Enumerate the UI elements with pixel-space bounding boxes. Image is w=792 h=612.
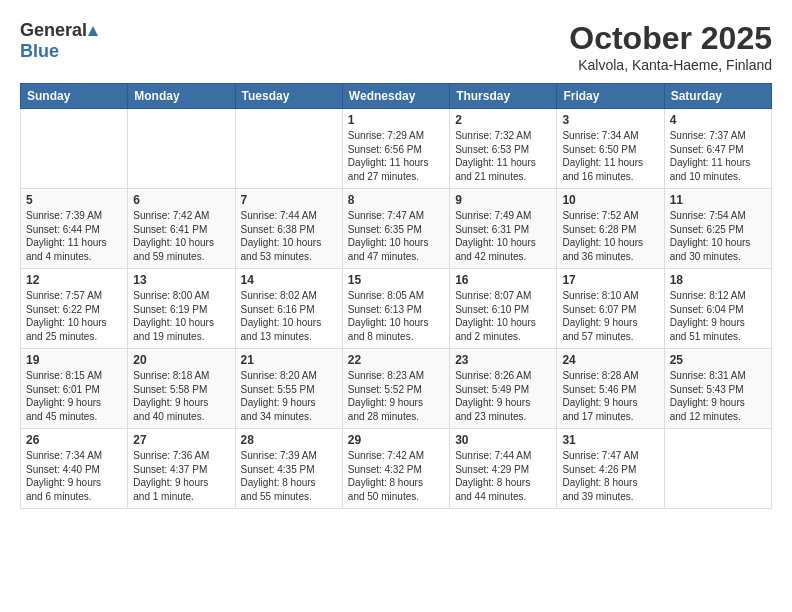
- day-number: 30: [455, 433, 551, 447]
- logo: General Blue: [20, 20, 99, 62]
- calendar-week-row: 19Sunrise: 8:15 AMSunset: 6:01 PMDayligh…: [21, 349, 772, 429]
- weekday-header: Friday: [557, 84, 664, 109]
- day-info: Sunrise: 8:26 AMSunset: 5:49 PMDaylight:…: [455, 369, 551, 423]
- day-number: 21: [241, 353, 337, 367]
- day-info: Sunrise: 7:32 AMSunset: 6:53 PMDaylight:…: [455, 129, 551, 183]
- day-info: Sunrise: 7:44 AMSunset: 6:38 PMDaylight:…: [241, 209, 337, 263]
- title-section: October 2025 Kalvola, Kanta-Haeme, Finla…: [569, 20, 772, 73]
- day-info: Sunrise: 7:42 AMSunset: 6:41 PMDaylight:…: [133, 209, 229, 263]
- calendar-cell: 27Sunrise: 7:36 AMSunset: 4:37 PMDayligh…: [128, 429, 235, 509]
- calendar-cell: 6Sunrise: 7:42 AMSunset: 6:41 PMDaylight…: [128, 189, 235, 269]
- day-info: Sunrise: 8:23 AMSunset: 5:52 PMDaylight:…: [348, 369, 444, 423]
- month-title: October 2025: [569, 20, 772, 57]
- logo-blue: Blue: [20, 41, 59, 62]
- day-number: 11: [670, 193, 766, 207]
- calendar-cell: 8Sunrise: 7:47 AMSunset: 6:35 PMDaylight…: [342, 189, 449, 269]
- day-info: Sunrise: 8:28 AMSunset: 5:46 PMDaylight:…: [562, 369, 658, 423]
- calendar-table: SundayMondayTuesdayWednesdayThursdayFrid…: [20, 83, 772, 509]
- calendar-cell: 16Sunrise: 8:07 AMSunset: 6:10 PMDayligh…: [450, 269, 557, 349]
- calendar-cell: 22Sunrise: 8:23 AMSunset: 5:52 PMDayligh…: [342, 349, 449, 429]
- calendar-cell: 12Sunrise: 7:57 AMSunset: 6:22 PMDayligh…: [21, 269, 128, 349]
- day-number: 1: [348, 113, 444, 127]
- day-info: Sunrise: 7:34 AMSunset: 4:40 PMDaylight:…: [26, 449, 122, 503]
- day-number: 18: [670, 273, 766, 287]
- calendar-cell: 9Sunrise: 7:49 AMSunset: 6:31 PMDaylight…: [450, 189, 557, 269]
- day-info: Sunrise: 7:49 AMSunset: 6:31 PMDaylight:…: [455, 209, 551, 263]
- day-number: 24: [562, 353, 658, 367]
- day-info: Sunrise: 7:54 AMSunset: 6:25 PMDaylight:…: [670, 209, 766, 263]
- day-number: 22: [348, 353, 444, 367]
- day-number: 14: [241, 273, 337, 287]
- calendar-cell: [235, 109, 342, 189]
- calendar-cell: 26Sunrise: 7:34 AMSunset: 4:40 PMDayligh…: [21, 429, 128, 509]
- weekday-header: Thursday: [450, 84, 557, 109]
- day-info: Sunrise: 7:34 AMSunset: 6:50 PMDaylight:…: [562, 129, 658, 183]
- day-info: Sunrise: 8:20 AMSunset: 5:55 PMDaylight:…: [241, 369, 337, 423]
- calendar-cell: 30Sunrise: 7:44 AMSunset: 4:29 PMDayligh…: [450, 429, 557, 509]
- day-number: 8: [348, 193, 444, 207]
- day-info: Sunrise: 7:39 AMSunset: 4:35 PMDaylight:…: [241, 449, 337, 503]
- day-info: Sunrise: 8:02 AMSunset: 6:16 PMDaylight:…: [241, 289, 337, 343]
- calendar-cell: 19Sunrise: 8:15 AMSunset: 6:01 PMDayligh…: [21, 349, 128, 429]
- day-info: Sunrise: 8:18 AMSunset: 5:58 PMDaylight:…: [133, 369, 229, 423]
- calendar-week-row: 1Sunrise: 7:29 AMSunset: 6:56 PMDaylight…: [21, 109, 772, 189]
- location: Kalvola, Kanta-Haeme, Finland: [569, 57, 772, 73]
- day-info: Sunrise: 7:36 AMSunset: 4:37 PMDaylight:…: [133, 449, 229, 503]
- calendar-cell: 10Sunrise: 7:52 AMSunset: 6:28 PMDayligh…: [557, 189, 664, 269]
- weekday-header: Sunday: [21, 84, 128, 109]
- calendar-cell: 5Sunrise: 7:39 AMSunset: 6:44 PMDaylight…: [21, 189, 128, 269]
- day-info: Sunrise: 8:05 AMSunset: 6:13 PMDaylight:…: [348, 289, 444, 343]
- day-number: 2: [455, 113, 551, 127]
- calendar-cell: 31Sunrise: 7:47 AMSunset: 4:26 PMDayligh…: [557, 429, 664, 509]
- page-header: General Blue October 2025 Kalvola, Kanta…: [20, 20, 772, 73]
- day-number: 31: [562, 433, 658, 447]
- day-number: 10: [562, 193, 658, 207]
- calendar-cell: 1Sunrise: 7:29 AMSunset: 6:56 PMDaylight…: [342, 109, 449, 189]
- calendar-cell: 2Sunrise: 7:32 AMSunset: 6:53 PMDaylight…: [450, 109, 557, 189]
- calendar-cell: 11Sunrise: 7:54 AMSunset: 6:25 PMDayligh…: [664, 189, 771, 269]
- calendar-cell: 13Sunrise: 8:00 AMSunset: 6:19 PMDayligh…: [128, 269, 235, 349]
- day-number: 23: [455, 353, 551, 367]
- day-info: Sunrise: 7:47 AMSunset: 4:26 PMDaylight:…: [562, 449, 658, 503]
- day-info: Sunrise: 8:12 AMSunset: 6:04 PMDaylight:…: [670, 289, 766, 343]
- calendar-cell: 18Sunrise: 8:12 AMSunset: 6:04 PMDayligh…: [664, 269, 771, 349]
- calendar-cell: 20Sunrise: 8:18 AMSunset: 5:58 PMDayligh…: [128, 349, 235, 429]
- calendar-cell: 7Sunrise: 7:44 AMSunset: 6:38 PMDaylight…: [235, 189, 342, 269]
- weekday-header: Tuesday: [235, 84, 342, 109]
- day-number: 13: [133, 273, 229, 287]
- day-info: Sunrise: 7:37 AMSunset: 6:47 PMDaylight:…: [670, 129, 766, 183]
- calendar-cell: 17Sunrise: 8:10 AMSunset: 6:07 PMDayligh…: [557, 269, 664, 349]
- day-number: 12: [26, 273, 122, 287]
- weekday-header: Wednesday: [342, 84, 449, 109]
- day-number: 9: [455, 193, 551, 207]
- day-info: Sunrise: 7:44 AMSunset: 4:29 PMDaylight:…: [455, 449, 551, 503]
- day-number: 6: [133, 193, 229, 207]
- weekday-header: Saturday: [664, 84, 771, 109]
- weekday-header: Monday: [128, 84, 235, 109]
- calendar-cell: 15Sunrise: 8:05 AMSunset: 6:13 PMDayligh…: [342, 269, 449, 349]
- calendar-cell: 24Sunrise: 8:28 AMSunset: 5:46 PMDayligh…: [557, 349, 664, 429]
- day-number: 26: [26, 433, 122, 447]
- day-info: Sunrise: 7:39 AMSunset: 6:44 PMDaylight:…: [26, 209, 122, 263]
- weekday-header-row: SundayMondayTuesdayWednesdayThursdayFrid…: [21, 84, 772, 109]
- logo-general: General: [20, 20, 87, 41]
- calendar-cell: 25Sunrise: 8:31 AMSunset: 5:43 PMDayligh…: [664, 349, 771, 429]
- calendar-week-row: 26Sunrise: 7:34 AMSunset: 4:40 PMDayligh…: [21, 429, 772, 509]
- calendar-cell: 4Sunrise: 7:37 AMSunset: 6:47 PMDaylight…: [664, 109, 771, 189]
- day-info: Sunrise: 7:42 AMSunset: 4:32 PMDaylight:…: [348, 449, 444, 503]
- calendar-week-row: 12Sunrise: 7:57 AMSunset: 6:22 PMDayligh…: [21, 269, 772, 349]
- calendar-cell: 28Sunrise: 7:39 AMSunset: 4:35 PMDayligh…: [235, 429, 342, 509]
- day-number: 27: [133, 433, 229, 447]
- day-info: Sunrise: 8:10 AMSunset: 6:07 PMDaylight:…: [562, 289, 658, 343]
- day-info: Sunrise: 7:47 AMSunset: 6:35 PMDaylight:…: [348, 209, 444, 263]
- calendar-cell: 29Sunrise: 7:42 AMSunset: 4:32 PMDayligh…: [342, 429, 449, 509]
- calendar-cell: 21Sunrise: 8:20 AMSunset: 5:55 PMDayligh…: [235, 349, 342, 429]
- day-info: Sunrise: 8:31 AMSunset: 5:43 PMDaylight:…: [670, 369, 766, 423]
- day-info: Sunrise: 8:00 AMSunset: 6:19 PMDaylight:…: [133, 289, 229, 343]
- day-number: 16: [455, 273, 551, 287]
- calendar-week-row: 5Sunrise: 7:39 AMSunset: 6:44 PMDaylight…: [21, 189, 772, 269]
- day-number: 3: [562, 113, 658, 127]
- day-info: Sunrise: 8:07 AMSunset: 6:10 PMDaylight:…: [455, 289, 551, 343]
- day-number: 5: [26, 193, 122, 207]
- calendar-cell: 3Sunrise: 7:34 AMSunset: 6:50 PMDaylight…: [557, 109, 664, 189]
